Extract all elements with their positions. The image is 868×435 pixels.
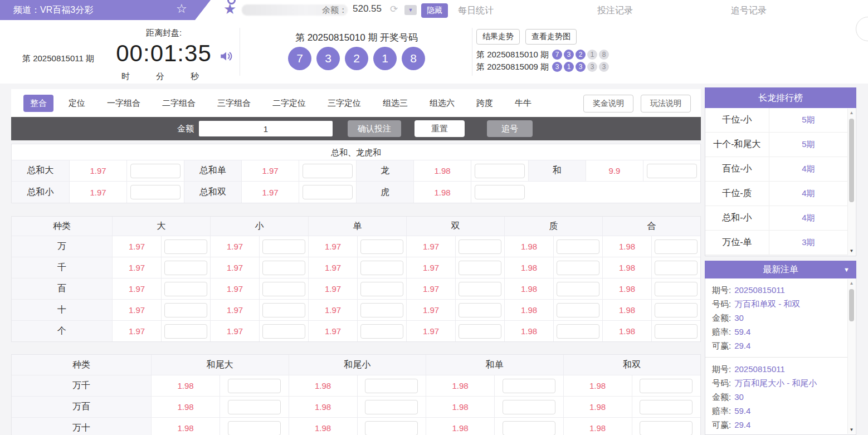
bet-input[interactable] xyxy=(164,240,207,254)
prize-info-button[interactable]: 奖金说明 xyxy=(583,95,633,113)
tab-3[interactable]: 二字组合 xyxy=(155,95,202,112)
odds-value: 1.97 xyxy=(308,300,357,320)
bet-input[interactable] xyxy=(655,240,698,254)
bet-input[interactable] xyxy=(130,164,181,178)
view-trend-chart-button[interactable]: 查看走势图 xyxy=(525,29,577,45)
bet-input[interactable] xyxy=(640,400,693,414)
tab-0[interactable]: 整合 xyxy=(23,95,53,112)
bet-input[interactable] xyxy=(557,324,599,339)
history-ball: 1 xyxy=(564,62,574,72)
bet-input[interactable] xyxy=(360,324,403,339)
bet-input[interactable] xyxy=(459,324,501,339)
bet-input[interactable] xyxy=(303,164,353,178)
bet-input[interactable] xyxy=(640,379,693,393)
bet-input[interactable] xyxy=(475,185,525,199)
favorite-star-icon[interactable]: ☆ xyxy=(176,2,187,16)
confirm-bet-button[interactable]: 确认投注 xyxy=(348,120,401,137)
bet-input[interactable] xyxy=(655,282,698,296)
nav-bet-records[interactable]: 投注记录 xyxy=(597,5,633,17)
tab-4[interactable]: 三字组合 xyxy=(211,95,257,112)
bet-input[interactable] xyxy=(228,400,281,414)
result-trend-button[interactable]: 结果走势 xyxy=(476,29,520,45)
bet-input[interactable] xyxy=(360,261,403,275)
rules-info-button[interactable]: 玩法说明 xyxy=(641,95,691,113)
bet-input[interactable] xyxy=(459,282,501,296)
bet-input[interactable] xyxy=(360,240,403,254)
bet-input[interactable] xyxy=(262,282,305,296)
scroll-down-icon[interactable]: ▼ xyxy=(848,248,855,253)
bet-input[interactable] xyxy=(475,164,525,178)
bet-input[interactable] xyxy=(262,240,305,254)
nav-chase-records[interactable]: 追号记录 xyxy=(731,5,767,17)
scrollbar-thumb[interactable] xyxy=(849,289,854,321)
collapse-arrow-icon[interactable]: ▼ xyxy=(843,261,850,278)
bet-input[interactable] xyxy=(655,261,698,275)
refresh-icon[interactable]: ⟳ xyxy=(390,3,398,15)
scroll-down-icon[interactable]: ▼ xyxy=(848,427,855,432)
bet-input-cell xyxy=(651,278,700,299)
bet-input-cell xyxy=(220,375,288,396)
nav-daily-stats[interactable]: 每日统计 xyxy=(458,5,494,17)
field-label: 号码: xyxy=(712,297,731,311)
bet-input[interactable] xyxy=(360,303,403,317)
odds-value: 1.97 xyxy=(406,257,455,278)
bet-input-cell xyxy=(651,321,700,341)
bet-input-cell xyxy=(357,321,406,341)
bet-input[interactable] xyxy=(262,261,305,275)
tab-8[interactable]: 组选六 xyxy=(423,95,461,112)
chase-number-button[interactable]: 追号 xyxy=(487,120,533,137)
bet-input[interactable] xyxy=(262,324,305,339)
bet-input[interactable] xyxy=(503,400,555,414)
bet-input[interactable] xyxy=(164,324,207,339)
speaker-icon[interactable] xyxy=(218,49,234,66)
bet-input[interactable] xyxy=(640,421,693,435)
bet-input[interactable] xyxy=(647,164,697,178)
scrollbar-thumb[interactable] xyxy=(849,119,854,202)
bet-input[interactable] xyxy=(164,261,207,275)
bet-input[interactable] xyxy=(365,421,418,435)
table-row: 十1.971.971.971.971.981.98 xyxy=(12,299,700,320)
divider xyxy=(472,28,472,76)
bet-input[interactable] xyxy=(303,185,353,199)
bet-input[interactable] xyxy=(655,303,698,317)
bet-input[interactable] xyxy=(557,303,599,317)
reset-button[interactable]: 重置 xyxy=(415,120,465,137)
tab-5[interactable]: 二字定位 xyxy=(266,95,313,112)
amount-input[interactable] xyxy=(199,121,333,136)
bet-input[interactable] xyxy=(262,303,305,317)
bet-input[interactable] xyxy=(459,261,501,275)
scroll-up-icon[interactable]: ▲ xyxy=(848,110,855,115)
bet-input-cell xyxy=(553,300,602,320)
bet-input[interactable] xyxy=(365,400,418,414)
tab-2[interactable]: 一字组合 xyxy=(100,95,147,112)
tab-1[interactable]: 定位 xyxy=(62,95,92,112)
bet-input[interactable] xyxy=(365,379,418,393)
bet-input[interactable] xyxy=(228,421,281,435)
scrollbar[interactable]: ▲ ▼ xyxy=(847,279,855,434)
bet-input[interactable] xyxy=(130,185,181,199)
history-row: 第 20250815009 期 31333 xyxy=(476,61,609,73)
bet-input[interactable] xyxy=(164,282,207,296)
bet-input[interactable] xyxy=(459,240,501,254)
bet-input[interactable] xyxy=(503,379,555,393)
bet-input[interactable] xyxy=(228,379,281,393)
odds-value: 1.98 xyxy=(504,236,553,257)
tab-10[interactable]: 牛牛 xyxy=(508,95,538,112)
bet-input[interactable] xyxy=(655,324,698,339)
tab-6[interactable]: 三字定位 xyxy=(321,95,368,112)
bet-input[interactable] xyxy=(164,303,207,317)
hide-balance-button[interactable]: 隐藏 xyxy=(421,3,448,18)
bet-input[interactable] xyxy=(360,282,403,296)
scrollbar[interactable]: ▲ ▼ xyxy=(847,109,855,255)
bet-input[interactable] xyxy=(459,303,501,317)
balance-dropdown-icon[interactable]: ▼ xyxy=(404,5,417,15)
bet-input[interactable] xyxy=(557,261,599,275)
bet-input-cell xyxy=(494,397,563,417)
tab-9[interactable]: 跨度 xyxy=(470,95,500,112)
bet-input[interactable] xyxy=(557,240,599,254)
tab-7[interactable]: 组选三 xyxy=(376,95,415,112)
scroll-up-icon[interactable]: ▲ xyxy=(848,281,855,286)
bet-input[interactable] xyxy=(557,282,599,296)
bet-input[interactable] xyxy=(503,421,555,435)
row-kind-label: 万 xyxy=(12,236,112,257)
